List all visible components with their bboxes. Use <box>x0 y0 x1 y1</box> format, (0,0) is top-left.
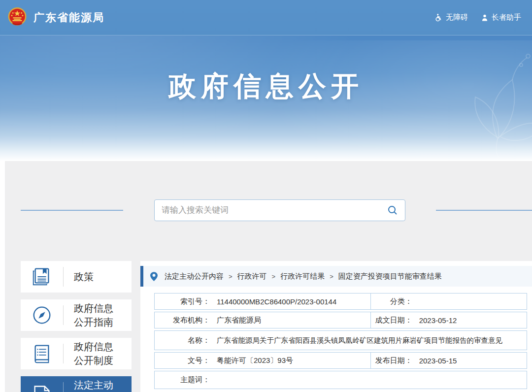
breadcrumb-item[interactable]: 法定主动公开内容 <box>165 272 224 281</box>
page: 广东省能源局 无障碍 <box>0 0 532 392</box>
content-area: 政策 政府信息公开指南 <box>5 161 532 392</box>
field-value: 广东省能源局关于广东省阳西县溪头镇凤凰岭矿区建筑用片麻岩矿项目节能报告的审查意见 <box>217 336 502 345</box>
national-emblem-icon <box>7 7 28 29</box>
book-icon <box>21 265 63 288</box>
breadcrumb-separator: > <box>330 273 333 280</box>
accessibility-link[interactable]: 无障碍 <box>434 13 468 22</box>
sidebar-item-label: 政策 <box>64 270 118 284</box>
brand[interactable]: 广东省能源局 <box>7 7 104 29</box>
document-meta-table: 索引号： 11440000MB2C86400P/2023-00144 分类： 发… <box>154 293 527 389</box>
table-row: 发布机构： 广东省能源局 成文日期： 2023-05-12 <box>154 312 527 328</box>
field-label: 文号： <box>155 356 210 365</box>
table-row: 文号： 粤能许可〔2023〕93号 发布日期： 2023-05-15 <box>154 352 527 369</box>
sidebar-item-disclosure-guide[interactable]: 政府信息公开指南 <box>21 299 132 331</box>
breadcrumb-separator: > <box>229 273 233 280</box>
decorative-line-left <box>21 210 123 211</box>
field-value: 2023-05-12 <box>419 316 457 325</box>
breadcrumb-separator: > <box>272 273 276 280</box>
sidebar: 政策 政府信息公开指南 <box>21 261 132 392</box>
wheelchair-icon <box>434 13 443 22</box>
table-row: 名称： 广东省能源局关于广东省阳西县溪头镇凤凰岭矿区建筑用片麻岩矿项目节能报告的… <box>154 330 527 350</box>
sidebar-item-statutory-disclosure[interactable]: 法定主动公开内容 <box>21 376 132 392</box>
field-label: 成文日期： <box>371 316 412 325</box>
breadcrumb-item[interactable]: 固定资产投资项目节能审查结果 <box>338 272 442 281</box>
elder-label: 长者助手 <box>492 13 521 22</box>
field-label: 索引号： <box>155 297 210 306</box>
search-box <box>154 199 405 221</box>
search-icon <box>387 205 398 216</box>
breadcrumb-item[interactable]: 行政许可结果 <box>280 272 325 281</box>
sidebar-item-label: 法定主动公开内容 <box>64 378 118 392</box>
field-value: 11440000MB2C86400P/2023-00144 <box>217 297 336 306</box>
field-label: 分类： <box>371 297 412 306</box>
elder-assistant-link[interactable]: 长者助手 <box>481 13 521 22</box>
site-title: 广东省能源局 <box>33 10 104 25</box>
field-value: 广东省能源局 <box>217 316 261 325</box>
breadcrumb: 法定主动公开内容 > 行政许可 > 行政许可结果 > 固定资产投资项目节能审查结… <box>140 266 532 287</box>
accessibility-label: 无障碍 <box>446 13 468 22</box>
sidebar-item-policy[interactable]: 政策 <box>21 261 132 293</box>
top-links: 无障碍 长者助手 <box>434 13 521 22</box>
table-row: 索引号： 11440000MB2C86400P/2023-00144 分类： <box>154 293 527 310</box>
field-label: 主题词： <box>155 375 210 385</box>
banner: 政府信息公开 <box>0 35 532 161</box>
field-label: 发布日期： <box>371 356 412 365</box>
field-label: 发布机构： <box>155 316 210 325</box>
page-title: 政府信息公开 <box>0 35 532 105</box>
search-section <box>5 199 532 221</box>
top-bar: 广东省能源局 无障碍 <box>0 0 532 35</box>
sidebar-item-disclosure-rules[interactable]: 政府信息公开制度 <box>21 338 132 369</box>
compass-icon <box>21 304 63 327</box>
field-value: 2023-05-15 <box>419 357 457 365</box>
content-row: 政策 政府信息公开指南 <box>5 261 532 392</box>
field-label: 名称： <box>155 336 210 345</box>
rules-book-icon <box>21 342 63 365</box>
search-button[interactable] <box>387 205 398 216</box>
search-input[interactable] <box>162 205 387 215</box>
decorative-line-right <box>436 210 532 211</box>
field-value: 粤能许可〔2023〕93号 <box>217 356 293 365</box>
sidebar-item-label: 政府信息公开指南 <box>64 301 118 329</box>
main-panel: 法定主动公开内容 > 行政许可 > 行政许可结果 > 固定资产投资项目节能审查结… <box>140 261 532 392</box>
document-icon <box>21 381 63 392</box>
pin-icon <box>150 272 158 281</box>
table-row: 主题词： <box>154 371 527 389</box>
breadcrumb-item[interactable]: 行政许可 <box>237 272 267 281</box>
person-icon <box>481 14 489 22</box>
sidebar-item-label: 政府信息公开制度 <box>64 340 118 367</box>
